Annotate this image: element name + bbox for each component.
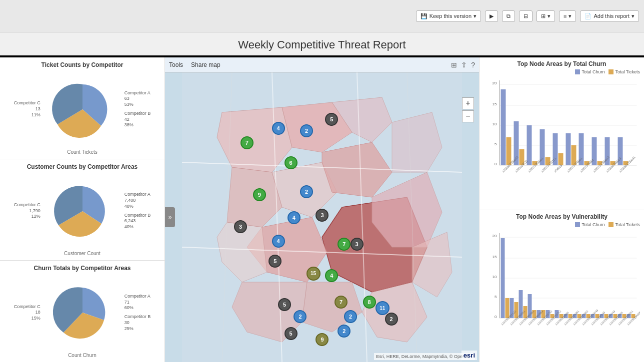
ticket-counts-label: Count Tickets [67, 149, 98, 155]
share-map-button[interactable]: Share map [191, 61, 220, 68]
export-button[interactable]: ⊞ ▾ [536, 10, 555, 22]
share-button[interactable]: ⊟ [519, 10, 532, 22]
ticket-counts-title: Ticket Counts by Competitor [42, 61, 124, 68]
pie-right-legend-3: Competitor A 71 60% Competitor B 30 25% [124, 294, 151, 332]
vulnerability-chart: Top Node Areas by Vulnerability Total Ch… [480, 210, 644, 362]
vulnerability-title: Top Node Areas by Vulnerability [484, 213, 640, 220]
legend-total-churn-2: Total Churn [575, 222, 604, 227]
svg-text:5: 5 [494, 295, 497, 299]
total-churn-svg: 0 5 10 15 20 [484, 75, 640, 185]
marker-3-dark-1[interactable]: 3 [234, 220, 247, 233]
map-zoom-controls: + − [462, 97, 474, 122]
marker-6-green[interactable]: 6 [284, 156, 298, 169]
play-button[interactable]: ▶ [485, 10, 498, 22]
marker-2-blue-5[interactable]: 2 [338, 325, 350, 338]
svg-rect-34 [501, 89, 506, 165]
marker-15-olive[interactable]: 15 [306, 267, 320, 281]
add-icon: 📄 [584, 13, 592, 19]
copy-icon: ⧉ [506, 13, 510, 19]
legend-total-tickets-2: Total Tickets [608, 222, 640, 227]
svg-rect-44 [566, 133, 571, 165]
marker-8-green[interactable]: 8 [363, 296, 376, 309]
marker-7-olive[interactable]: 7 [334, 296, 348, 309]
churn-totals-label: Count Churn [68, 353, 96, 358]
map-collapse-button[interactable]: » [165, 207, 175, 227]
esri-logo: esri [462, 351, 477, 360]
ticket-counts-pie-wrapper: Competitor C 13 11% Competitor A 63 53% [4, 70, 160, 148]
top-toolbar: 💾 Keep this version ▾ ▶ ⧉ ⊟ ⊞ ▾ ≡ ▾ 📄 Ad… [0, 0, 644, 32]
svg-rect-38 [527, 125, 532, 165]
map-toolbar: Tools Share map ⊞ ⇪ ? [165, 57, 479, 72]
pie-right-legend-1: Competitor A 63 53% Competitor B 42 38% [124, 90, 151, 128]
pie-right-legend-2: Competitor A 7,408 48% Competitor B 6,24… [124, 192, 151, 230]
tools-button[interactable]: Tools [169, 61, 183, 68]
svg-text:10: 10 [492, 122, 497, 126]
legend-total-tickets-1: Total Tickets [608, 69, 640, 74]
map-content: 5 7 4 6 2 2 4 9 3 3 4 5 15 7 3 4 8 7 5 2… [165, 72, 479, 362]
marker-5-dark-4[interactable]: 5 [284, 327, 298, 340]
map-toolbar-icons: ⊞ ⇪ ? [451, 61, 475, 69]
pie-left-legend-2: Competitor C 1,790 12% [14, 202, 40, 220]
legend-tickets-color-2 [608, 222, 614, 227]
map-attribution: Esri, HERE, DeLorme, MapmyIndia, © OpenS… [374, 353, 475, 360]
ticket-counts-chart: Ticket Counts by Competitor Competitor C… [0, 57, 164, 159]
content-area: Ticket Counts by Competitor Competitor C… [0, 57, 644, 362]
svg-rect-43 [558, 153, 564, 165]
customer-counts-title: Customer Counts by Competitor Areas [27, 163, 138, 170]
left-panel: Ticket Counts by Competitor Competitor C… [0, 57, 165, 362]
add-report-button[interactable]: 📄 Add this report ▾ [580, 10, 639, 22]
svg-text:5: 5 [494, 142, 497, 146]
marker-3-dark-2[interactable]: 3 [316, 209, 328, 222]
copy-button[interactable]: ⧉ [502, 10, 515, 22]
legend-total-churn-1: Total Churn [575, 69, 604, 74]
zoom-in-button[interactable]: + [462, 97, 474, 109]
map-area[interactable]: Tools Share map ⊞ ⇪ ? [165, 57, 479, 362]
marker-9-green[interactable]: 9 [253, 188, 266, 201]
total-churn-title: Top Node Areas by Total Churn [484, 60, 640, 67]
churn-totals-title: Churn Totals by Competitor Areas [34, 265, 130, 272]
marker-11-blue[interactable]: 11 [376, 301, 390, 315]
svg-rect-75 [501, 238, 505, 318]
svg-text:0: 0 [494, 162, 497, 166]
pie-left-legend-1: Competitor C 13 11% [14, 100, 40, 118]
vulnerability-legend: Total Churn Total Tickets [484, 222, 640, 227]
marker-2-dark[interactable]: 2 [385, 313, 398, 326]
marker-2-blue-4[interactable]: 2 [344, 310, 357, 323]
marker-7-green-2[interactable]: 7 [338, 238, 350, 251]
total-churn-chart: Top Node Areas by Total Churn Total Chur… [480, 57, 644, 210]
map-icon-help[interactable]: ? [471, 61, 475, 69]
marker-2-blue-3[interactable]: 2 [294, 310, 306, 323]
marker-7-green[interactable]: 7 [240, 136, 254, 149]
churn-totals-pie [42, 283, 122, 343]
vulnerability-svg: 0 5 10 15 20 [484, 228, 640, 343]
ticket-counts-pie [42, 79, 122, 139]
settings-button[interactable]: ≡ ▾ [559, 10, 576, 22]
legend-tickets-color-1 [608, 69, 614, 74]
marker-4-blue-1[interactable]: 4 [272, 122, 285, 135]
legend-churn-color-1 [575, 69, 580, 74]
legend-churn-color-2 [575, 222, 580, 227]
page-title: Weekly Competitive Threat Report [0, 32, 644, 55]
churn-totals-pie-wrapper: Competitor C 18 15% Competitor A 71 60% … [4, 274, 160, 352]
marker-4-blue-3[interactable]: 4 [272, 235, 285, 248]
customer-counts-pie [42, 181, 122, 241]
zoom-out-button[interactable]: − [462, 110, 474, 122]
svg-text:10: 10 [492, 275, 497, 279]
total-churn-legend: Total Churn Total Tickets [484, 69, 640, 74]
svg-text:0: 0 [494, 315, 497, 319]
customer-counts-pie-wrapper: Competitor C 1,790 12% Competitor A 7,40… [4, 172, 160, 250]
svg-text:20: 20 [492, 234, 497, 238]
svg-rect-35 [506, 137, 512, 165]
churn-totals-chart: Churn Totals by Competitor Areas Competi… [0, 261, 164, 362]
share-icon: ⊟ [524, 13, 528, 19]
save-icon: 💾 [420, 13, 428, 19]
right-panel: Top Node Areas by Total Churn Total Chur… [479, 57, 644, 362]
map-icon-grid[interactable]: ⊞ [451, 61, 457, 69]
svg-text:20: 20 [492, 81, 497, 85]
marker-3-dark-3[interactable]: 3 [350, 238, 364, 251]
svg-text:15: 15 [492, 102, 497, 106]
pie-left-legend-3: Competitor C 18 15% [14, 304, 40, 322]
map-icon-export[interactable]: ⇪ [461, 61, 467, 69]
customer-counts-label: Customer Count [64, 251, 100, 256]
keep-version-button[interactable]: 💾 Keep this version ▾ [416, 10, 481, 22]
